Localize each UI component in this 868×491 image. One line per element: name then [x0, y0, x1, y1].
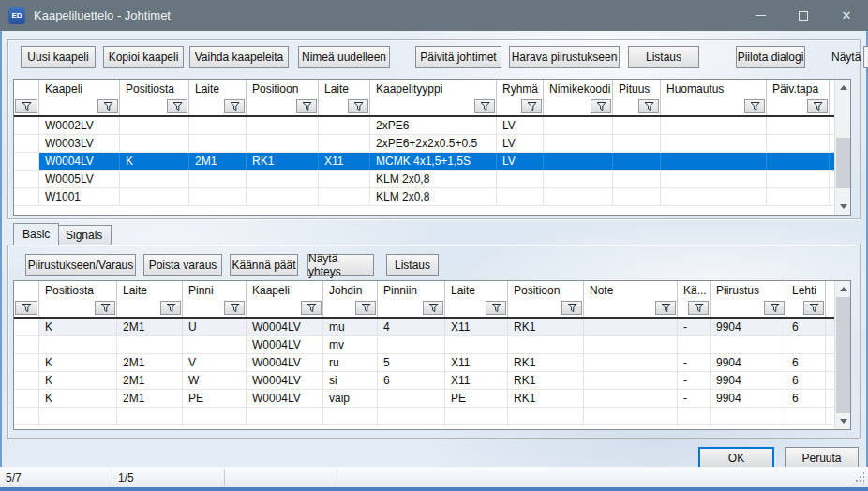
filter-icon[interactable] — [591, 99, 611, 113]
column-header[interactable]: Pinniin — [378, 281, 445, 300]
column-header[interactable]: Päiv.tapa — [767, 80, 830, 98]
filter-cell[interactable] — [584, 300, 678, 317]
ok-button[interactable]: OK — [698, 447, 774, 469]
rename-button[interactable]: Nimeä uudelleen — [298, 46, 390, 68]
wire-table[interactable]: PositiostaLaitePinniKaapeliJohdinPinniin… — [13, 280, 851, 430]
filter-icon[interactable] — [521, 99, 542, 113]
filter-icon[interactable] — [423, 301, 443, 315]
resize-grip[interactable] — [851, 471, 864, 484]
scroll-down-icon[interactable] — [835, 413, 851, 429]
filter-icon[interactable] — [95, 301, 115, 315]
filter-cell[interactable] — [319, 98, 370, 115]
filter-icon[interactable] — [744, 99, 765, 113]
filter-cell[interactable] — [183, 300, 247, 317]
column-header[interactable]: Kaapelityyppi — [370, 80, 497, 98]
update-conductors-button[interactable]: Päivitä johtimet — [415, 46, 501, 68]
filter-cell[interactable] — [247, 300, 323, 317]
maximize-button[interactable] — [782, 0, 825, 31]
filter-icon[interactable] — [803, 301, 824, 315]
wire-table-scrollbar[interactable] — [834, 281, 850, 429]
column-header[interactable]: Johdin — [323, 281, 378, 300]
filter-icon[interactable] — [348, 99, 368, 113]
table-row[interactable]: W1001KLM 2x0,8 — [14, 188, 834, 206]
column-header[interactable]: Positioon — [508, 281, 584, 300]
column-header[interactable]: Laite — [319, 80, 370, 98]
scrollbar-thumb[interactable] — [836, 297, 850, 413]
filter-icon[interactable] — [15, 99, 37, 113]
table-row[interactable]: K2M1PEW0004LVvaipPERK1-99046 — [14, 390, 834, 408]
close-button[interactable]: ✕ — [825, 0, 868, 31]
column-header[interactable]: Lehti — [786, 281, 826, 300]
filter-icon[interactable] — [486, 301, 506, 315]
flip-ends-button[interactable]: Käännä päät — [230, 254, 298, 276]
swap-cables-button[interactable]: Vaihda kaapeleita — [189, 46, 289, 68]
remove-reserve-button[interactable]: Poista varaus — [143, 254, 222, 276]
filter-cell[interactable] — [39, 300, 117, 317]
filter-icon[interactable] — [97, 99, 118, 113]
filter-cell[interactable] — [613, 98, 661, 115]
filter-icon[interactable] — [301, 301, 322, 315]
filter-icon[interactable] — [355, 301, 376, 315]
filter-cell[interactable] — [508, 300, 584, 317]
tab-basic[interactable]: Basic — [13, 223, 59, 246]
minimize-button[interactable] — [739, 0, 782, 31]
column-header[interactable]: Ryhmä — [497, 80, 544, 98]
table-row[interactable]: K2M1UW0004LVmu4X11RK1-99046 — [14, 319, 834, 336]
cable-table[interactable]: KaapeliPositiostaLaitePositioonLaiteKaap… — [13, 79, 851, 216]
scroll-up-icon[interactable] — [835, 80, 851, 96]
filter-icon[interactable] — [638, 99, 659, 113]
filter-icon[interactable] — [224, 99, 245, 113]
table-row[interactable]: W0005LVKLM 2x0,8 — [14, 171, 834, 188]
column-header[interactable]: Laite — [117, 281, 183, 300]
filter-cell[interactable] — [378, 300, 445, 317]
rake-to-drawing-button[interactable]: Harava piirustukseen — [509, 46, 620, 68]
clipped-button[interactable] — [863, 46, 868, 68]
table-row[interactable]: W0002LV2xPE6LV — [14, 117, 834, 135]
filter-cell[interactable] — [14, 98, 39, 115]
show-connection-button[interactable]: Näytä yhteys — [307, 254, 374, 276]
filter-cell[interactable] — [247, 98, 319, 115]
filter-icon[interactable] — [807, 99, 828, 113]
new-cable-button[interactable]: Uusi kaapeli — [21, 46, 96, 68]
filter-icon[interactable] — [474, 99, 495, 113]
filter-cell[interactable] — [786, 300, 826, 317]
column-header[interactable]: Kaapeli — [39, 80, 120, 98]
copy-cable-button[interactable]: Kopioi kaapeli — [103, 46, 184, 68]
filter-cell[interactable] — [120, 98, 189, 115]
filter-icon[interactable] — [688, 301, 709, 315]
filter-icon[interactable] — [160, 301, 181, 315]
scroll-down-icon[interactable] — [835, 199, 851, 215]
filter-cell[interactable] — [661, 98, 767, 115]
filter-cell[interactable] — [678, 300, 711, 317]
column-header[interactable]: Positiosta — [120, 80, 189, 98]
filter-cell[interactable] — [445, 300, 508, 317]
filter-cell[interactable] — [711, 300, 786, 317]
column-header[interactable]: Positioon — [247, 80, 319, 98]
filter-cell[interactable] — [323, 300, 378, 317]
scrollbar-thumb[interactable] — [836, 138, 850, 188]
cancel-button[interactable]: Peruuta — [785, 447, 859, 469]
filter-cell[interactable] — [544, 98, 613, 115]
listing-button[interactable]: Listaus — [628, 46, 699, 68]
filter-icon[interactable] — [224, 301, 245, 315]
filter-icon[interactable] — [167, 99, 187, 113]
filter-icon[interactable] — [15, 301, 37, 315]
filter-cell[interactable] — [14, 300, 39, 317]
column-header[interactable]: Huomautus — [661, 80, 767, 98]
column-header[interactable]: Piirustus — [711, 281, 786, 300]
filter-cell[interactable] — [189, 98, 247, 115]
hide-dialog-button[interactable]: Piilota dialogi — [736, 46, 805, 68]
table-row[interactable] — [14, 408, 834, 425]
column-header[interactable]: Pituus — [613, 80, 661, 98]
column-header[interactable]: Pinni — [183, 281, 247, 300]
filter-cell[interactable] — [497, 98, 544, 115]
column-header[interactable]: Nimikekoodi — [544, 80, 613, 98]
table-row[interactable]: W0004LVK2M1RK1X11MCMK 4x1,5+1,5SLV — [14, 153, 834, 171]
tab-signals[interactable]: Signals — [56, 225, 112, 246]
table-row[interactable]: K2M1VW0004LVru5X11RK1-99046 — [14, 354, 834, 372]
column-header[interactable]: Laite — [189, 80, 247, 98]
to-drawing-reserve-button[interactable]: Piirustukseen/Varaus — [25, 254, 136, 276]
filter-cell[interactable] — [370, 98, 497, 115]
filter-icon[interactable] — [764, 301, 785, 315]
scroll-up-icon[interactable] — [835, 281, 851, 297]
